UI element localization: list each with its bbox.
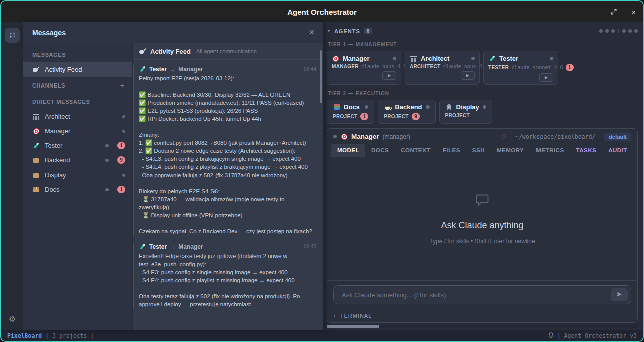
- message-recipient: Manager: [178, 66, 203, 73]
- tab-tasks[interactable]: TASKS: [570, 144, 603, 157]
- target-icon: [32, 127, 40, 135]
- package-box-icon: [32, 171, 40, 179]
- unread-badge: 1: [566, 64, 574, 71]
- dot-separator: ·: [599, 134, 601, 140]
- chat-input[interactable]: [341, 291, 607, 299]
- maximize-button[interactable]: [610, 8, 617, 16]
- tab-memory[interactable]: MEMORY: [491, 144, 530, 157]
- send-arrow-icon: [616, 291, 623, 299]
- settings-button[interactable]: ⚙: [9, 314, 16, 324]
- message-sender: Tester: [149, 243, 167, 250]
- play-button[interactable]: ▶: [461, 71, 475, 80]
- add-channel-button[interactable]: +: [120, 81, 124, 90]
- agent-card-architect[interactable]: Architect ARCHITECT claude-opus-4-6 ▶: [405, 51, 480, 85]
- status-dot: [550, 57, 553, 60]
- presence-dot: [105, 144, 109, 147]
- target-icon: [332, 55, 339, 62]
- agent-role: TESTER: [488, 65, 509, 70]
- arrow-icon: →: [170, 66, 175, 72]
- target-icon: [340, 133, 348, 140]
- agents-status-dots: [599, 29, 638, 33]
- profile-badge[interactable]: default: [604, 133, 631, 141]
- agent-role: ARCHITECT: [410, 64, 440, 69]
- classical-building-icon: [410, 55, 417, 62]
- terminal-toggle[interactable]: › TERMINAL: [327, 309, 637, 322]
- feed-message: Tester → Manager 06:45 Excellent! Edge c…: [133, 243, 316, 308]
- play-button[interactable]: ▶: [382, 71, 396, 80]
- close-icon: ×: [309, 27, 314, 37]
- agent-name: Tester: [499, 55, 518, 62]
- drawer-header: Messages ×: [23, 22, 323, 43]
- test-tube-icon: [139, 65, 146, 73]
- manager-session-panel: Manager (manager) ♡ · ~/workspace/pixelb…: [327, 128, 638, 323]
- mobile-phone-icon: [445, 103, 453, 111]
- agent-card-docs[interactable]: Docs PROJECT 1: [327, 100, 374, 124]
- dm-item-tester[interactable]: Tester 1: [23, 138, 132, 153]
- agents-count-badge: 6: [364, 28, 373, 34]
- empty-state-hint: Type / for skills • Shift+Enter for newl…: [429, 238, 535, 245]
- play-button[interactable]: ▶: [539, 73, 553, 82]
- messages-rail-button[interactable]: [5, 28, 20, 43]
- messages-section-label: MESSAGES: [23, 47, 132, 62]
- tab-ssh[interactable]: SSH: [466, 144, 491, 157]
- sidebar-item-activity-feed[interactable]: Activity Feed: [23, 62, 132, 77]
- chevron-right-icon: ›: [334, 313, 336, 319]
- chat-bubble-icon: [475, 193, 490, 209]
- play-icon: ▶: [388, 73, 391, 78]
- tab-context[interactable]: CONTEXT: [395, 144, 436, 157]
- tab-metrics[interactable]: METRICS: [530, 144, 570, 157]
- icon-rail: ⚙: [1, 22, 23, 330]
- manager-panel-title: Manager: [351, 133, 379, 140]
- tab-docs[interactable]: DOCS: [365, 144, 395, 157]
- minimize-button[interactable]: –: [592, 8, 596, 16]
- agents-panel: ▼ AGENTS 6 TIER 1 — MANAGEMENT: [323, 22, 643, 330]
- message-sender: Tester: [149, 66, 167, 73]
- dm-item-backend[interactable]: Backend 9: [23, 153, 132, 167]
- tab-audit[interactable]: AUDIT: [602, 144, 633, 157]
- horizontal-scrollbar-thumb[interactable]: [327, 325, 379, 328]
- app-name[interactable]: PixelBoard: [7, 332, 42, 339]
- dm-item-display[interactable]: Display: [23, 167, 132, 182]
- agents-header: ▼ AGENTS 6: [327, 26, 638, 36]
- projects-count: | 3 projects |: [45, 332, 94, 339]
- activity-feed-subtitle: All agent communication: [196, 48, 257, 54]
- tier1-cards: Manager MANAGER claude-opus-4-6 ▶ Archit…: [327, 51, 638, 85]
- status-dot: [426, 105, 430, 109]
- status-dot: [605, 29, 609, 33]
- horizontal-scrollbar[interactable]: [327, 325, 638, 328]
- dm-item-manager[interactable]: Manager: [23, 124, 132, 138]
- close-button[interactable]: ×: [631, 8, 636, 16]
- books-icon: [333, 103, 340, 111]
- status-dot: [622, 29, 626, 33]
- agent-card-display[interactable]: Display PROJECT: [439, 100, 492, 124]
- drawer-close-button[interactable]: ×: [309, 27, 314, 38]
- heart-icon[interactable]: ♡: [501, 133, 507, 140]
- dm-item-architect[interactable]: Architect: [23, 109, 132, 124]
- dm-item-docs[interactable]: Docs 1: [23, 182, 132, 197]
- coffee-icon: [384, 103, 391, 111]
- workspace-path: ~/workspace/pixelboard/: [515, 133, 595, 140]
- message-body: Pełny raport E2E (sesja 2026-03-12): ✅ B…: [139, 74, 316, 235]
- message-recipient: Manager: [178, 243, 203, 250]
- agent-card-tester[interactable]: Tester TESTER claude-sonnet-4-6 1 ▶: [483, 51, 558, 85]
- feed-scrollbar-thumb[interactable]: [320, 50, 322, 103]
- agent-card-backend[interactable]: Backend PROJECT 9: [378, 100, 435, 124]
- tab-files[interactable]: FILES: [437, 144, 466, 157]
- agent-name: Backend: [395, 103, 422, 111]
- agent-card-manager[interactable]: Manager MANAGER claude-opus-4-6 ▶: [327, 51, 401, 85]
- window-controls: – ×: [592, 1, 636, 22]
- agent-name: Display: [456, 103, 479, 111]
- terminal-label: TERMINAL: [340, 313, 372, 319]
- tab-model[interactable]: MODEL: [331, 144, 365, 157]
- plus-icon: +: [120, 81, 124, 90]
- agent-model: claude-opus-4-6: [443, 64, 488, 69]
- unread-badge: 1: [117, 142, 125, 149]
- presence-dot: [122, 115, 125, 118]
- send-button[interactable]: [611, 288, 628, 301]
- agent-model: claude-opus-4-6: [361, 64, 406, 69]
- agent-model: claude-sonnet-4-6: [511, 65, 563, 70]
- main-area: ⚙ Messages × MESSAGES Activity Feed: [1, 22, 643, 330]
- tier2-label: TIER 2 — EXECUTION: [327, 91, 638, 96]
- collapse-caret-icon[interactable]: ▼: [327, 29, 331, 33]
- bell-icon[interactable]: [548, 332, 554, 340]
